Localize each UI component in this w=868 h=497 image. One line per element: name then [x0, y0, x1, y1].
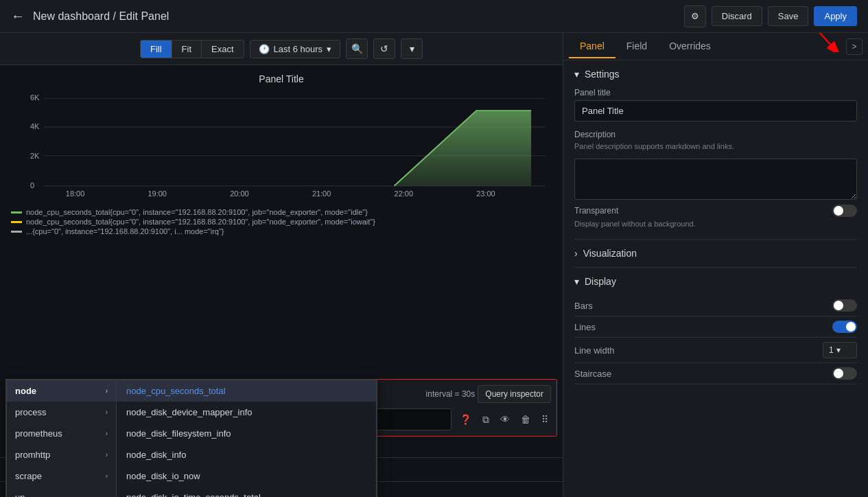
svg-line-16 [805, 33, 831, 45]
lines-row: Lines [574, 316, 857, 338]
settings-header-label: Settings [585, 69, 620, 80]
visualization-section: › Visualization [574, 239, 857, 259]
refresh-button[interactable]: ↺ [373, 38, 395, 59]
transparent-toggle[interactable] [832, 205, 857, 217]
category-promhttp-label: promhttp [15, 450, 50, 460]
apply-button[interactable]: Apply [814, 6, 857, 26]
expand-panel-button[interactable]: > [846, 38, 863, 55]
description-label: Description [574, 130, 857, 139]
category-prometheus-label: prometheus [15, 428, 62, 439]
legend-color-3 [11, 231, 22, 233]
legend-item-3: ...{cpu="0", instance="192.168.88.20:910… [11, 227, 552, 235]
transparent-label: Transparent [574, 206, 618, 216]
visualization-section-header[interactable]: › Visualization [574, 248, 857, 259]
svg-text:22:00: 22:00 [395, 189, 413, 198]
svg-text:2K: 2K [30, 152, 40, 160]
svg-text:21:00: 21:00 [312, 189, 331, 198]
discard-button[interactable]: Discard [712, 6, 762, 26]
metric-disk-device-mapper[interactable]: node_disk_device_mapper_info [117, 402, 376, 423]
query-editor-area: node › process › prometheus › promhttp [0, 240, 563, 497]
fill-button[interactable]: Fill [141, 41, 172, 58]
category-scrape-label: scrape [15, 471, 42, 481]
svg-text:20:00: 20:00 [230, 189, 248, 198]
help-button[interactable]: ❓ [457, 411, 474, 428]
panel-title-input[interactable]: Panel Title [574, 100, 857, 122]
tab-panel[interactable]: Panel [569, 35, 615, 58]
settings-section-header[interactable]: ▾ Settings [574, 69, 857, 80]
settings-chevron-icon: ▾ [574, 69, 579, 80]
line-width-row: Line width 1 ▾ [574, 338, 857, 363]
display-section-header[interactable]: ▾ Display [574, 276, 857, 287]
back-button[interactable]: ← [11, 8, 25, 24]
staircase-toggle[interactable] [832, 367, 857, 380]
copy-button[interactable]: ⧉ [480, 411, 492, 428]
main-layout: Fill Fit Exact 🕐 Last 6 hours ▾ 🔍 ↺ ▾ Pa… [0, 33, 868, 497]
metric-disk-io-now[interactable]: node_disk_io_now [117, 465, 376, 487]
category-prometheus[interactable]: prometheus › [7, 423, 116, 444]
autocomplete-category-list: node › process › prometheus › promhttp [6, 380, 116, 497]
tab-field[interactable]: Field [615, 35, 658, 58]
visualization-chevron-icon: › [574, 248, 578, 259]
legend-item-1: node_cpu_seconds_total{cpu="0", instance… [11, 208, 552, 216]
chart-legend: node_cpu_seconds_total{cpu="0", instance… [0, 205, 563, 240]
right-content: ▾ Settings Panel title Panel Title Descr… [563, 60, 868, 497]
time-range-picker[interactable]: 🕐 Last 6 hours ▾ [250, 40, 341, 58]
category-promhttp[interactable]: promhttp › [7, 444, 116, 465]
bars-label: Bars [574, 301, 593, 311]
metric-disk-filesystem[interactable]: node_disk_filesystem_info [117, 423, 376, 444]
chevron-right-icon-3: › [106, 430, 108, 437]
svg-text:18:00: 18:00 [66, 189, 84, 198]
autocomplete-metrics-list: node_cpu_seconds_total node_disk_device_… [116, 380, 377, 497]
eye-button[interactable]: 👁 [497, 411, 513, 428]
category-node[interactable]: node › [7, 380, 116, 402]
lines-toggle[interactable] [832, 321, 857, 333]
svg-text:6K: 6K [30, 93, 40, 102]
transparent-sublabel: Display panel without a background. [574, 220, 857, 228]
legend-text-3: ...{cpu="0", instance="192.168.88.20:910… [26, 227, 224, 235]
category-process[interactable]: process › [7, 402, 116, 423]
line-width-label: Line width [574, 345, 615, 356]
time-range-label: Last 6 hours [274, 44, 323, 54]
panel-title-label: Panel title [574, 88, 857, 97]
metric-disk-io-time[interactable]: node_disk_io_time_seconds_total [117, 487, 376, 497]
fit-button[interactable]: Fit [172, 41, 202, 58]
query-inspector-button[interactable]: Query inspector [478, 385, 551, 403]
bars-toggle[interactable] [832, 299, 857, 312]
legend-item-2: node_cpu_seconds_total{cpu="0", instance… [11, 218, 552, 226]
category-up[interactable]: up [7, 487, 116, 497]
exact-button[interactable]: Exact [202, 41, 244, 58]
chart-svg: 6K 4K 2K 0 18:00 19:00 20:00 21:00 22:00… [11, 90, 552, 200]
svg-text:4K: 4K [30, 122, 40, 130]
staircase-label: Staircase [574, 369, 611, 379]
delete-button[interactable]: 🗑 [518, 411, 533, 428]
category-node-label: node [15, 386, 36, 396]
bars-row: Bars [574, 295, 857, 316]
staircase-row: Staircase [574, 363, 857, 384]
fill-fit-exact-group: Fill Fit Exact [140, 40, 244, 58]
zoom-out-button[interactable]: 🔍 [346, 38, 368, 59]
chart-toolbar: Fill Fit Exact 🕐 Last 6 hours ▾ 🔍 ↺ ▾ [0, 33, 563, 65]
left-panel: Fill Fit Exact 🕐 Last 6 hours ▾ 🔍 ↺ ▾ Pa… [0, 33, 563, 497]
tab-overrides[interactable]: Overrides [658, 35, 722, 58]
query-actions: interval = 30s Query inspector [426, 385, 551, 403]
interval-label: interval = 30s [426, 389, 476, 399]
settings-button[interactable]: ⚙ [684, 5, 706, 27]
legend-text-1: node_cpu_seconds_total{cpu="0", instance… [26, 208, 368, 216]
topbar-actions: ⚙ Discard Save Apply [684, 5, 857, 27]
right-panel: Panel Field Overrides > ▾ Settings Panel… [563, 33, 868, 497]
page-title: New dashboard / Edit Panel [33, 10, 169, 23]
legend-color-2 [11, 221, 22, 223]
visualization-header-label: Visualization [583, 248, 637, 259]
description-textarea[interactable] [574, 159, 857, 200]
line-width-select[interactable]: 1 ▾ [823, 342, 857, 358]
chevron-right-icon: › [106, 387, 108, 395]
metric-node-cpu-seconds-total[interactable]: node_cpu_seconds_total [117, 380, 376, 402]
metric-disk-info[interactable]: node_disk_info [117, 444, 376, 465]
chevron-right-icon-5: › [106, 472, 108, 480]
category-scrape[interactable]: scrape › [7, 465, 116, 487]
line-width-value: 1 [829, 345, 834, 355]
more-options-button[interactable]: ▾ [401, 38, 423, 59]
drag-handle[interactable]: ⠿ [539, 411, 551, 428]
save-button[interactable]: Save [768, 6, 809, 26]
svg-text:19:00: 19:00 [148, 189, 166, 198]
